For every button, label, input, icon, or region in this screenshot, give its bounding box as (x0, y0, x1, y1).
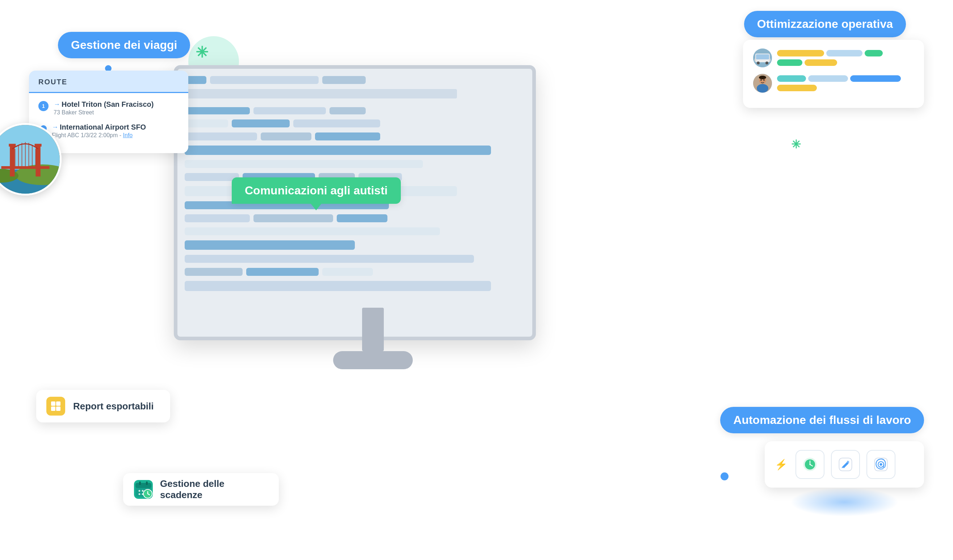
report-card: Report esportabili (36, 390, 170, 422)
scadenze-label: Gestione delle scadenze (160, 478, 268, 501)
ott-bar-green-1 (865, 50, 883, 56)
route-arrow-1: → (54, 101, 60, 108)
route-header-label: ROUTE (38, 78, 179, 86)
email-icon-svg (873, 456, 889, 472)
monitor-stand-neck (362, 308, 384, 351)
svg-rect-31 (51, 402, 55, 406)
ott-bar-lightblue-1 (826, 50, 863, 56)
ott-bar-green-1b (777, 59, 802, 66)
auto-icon-email (866, 450, 896, 479)
route-info-link[interactable]: Info (123, 132, 133, 138)
auto-icon-clock (796, 450, 824, 479)
route-card-header: ROUTE (29, 71, 188, 93)
svg-rect-17 (35, 144, 42, 147)
deco-asterisk-top: ✳ (196, 43, 208, 61)
badge-comunicazioni-label: Comunicazioni agli autisti (245, 184, 388, 197)
svg-point-45 (142, 493, 144, 495)
ott-bar-yellow-1b (804, 59, 837, 66)
stop2-name: International Airport SFO (60, 123, 146, 132)
deco-glow (790, 488, 899, 517)
svg-rect-8 (2, 166, 50, 169)
svg-rect-36 (135, 483, 151, 488)
scadenze-icon (134, 480, 153, 499)
svg-rect-32 (56, 402, 61, 406)
stop1-name: Hotel Triton (San Fracisco) (62, 100, 154, 109)
badge-viaggi: Gestione dei viaggi (58, 32, 190, 58)
svg-point-30 (759, 76, 766, 79)
monitor-stand-base (333, 351, 413, 369)
golden-gate-svg (0, 123, 60, 195)
route-item-2-content: → International Airport SFO Flight ABC 1… (52, 123, 146, 139)
automazione-card: ⚡ (765, 441, 924, 488)
ott-bar-teal-2 (777, 75, 806, 82)
ott-avatar-driver (753, 74, 772, 93)
ott-bar-row-2a (777, 75, 914, 82)
svg-point-42 (139, 490, 140, 492)
ott-row-1 (753, 48, 914, 67)
ottimizzazione-card (743, 40, 924, 108)
svg-rect-33 (51, 406, 55, 411)
badge-viaggi-label: Gestione dei viaggi (71, 38, 177, 51)
ott-bar-yellow-2b (777, 85, 817, 91)
svg-point-43 (142, 490, 144, 492)
report-icon (47, 397, 65, 416)
monitor (174, 65, 572, 391)
lightning-connector: ⚡ (775, 459, 787, 471)
svg-rect-7 (36, 146, 40, 177)
badge-automazione-label: Automazione dei flussi di lavoro (733, 413, 911, 427)
ott-bar-row-1a (777, 50, 914, 56)
scadenze-card: Gestione delle scadenze (123, 473, 279, 506)
ott-bar-row-2b (777, 85, 914, 91)
badge-comunicazioni: Comunicazioni agli autisti (232, 177, 401, 204)
ott-avatar-bus (753, 48, 772, 67)
ott-bar-lightblue-2 (808, 75, 848, 82)
route-item-2: → International Airport SFO Flight ABC 1… (38, 123, 179, 139)
svg-rect-6 (10, 146, 14, 177)
ott-bar-yellow-1 (777, 50, 824, 56)
ott-bar-blue-2 (850, 75, 901, 82)
deco-dot-3 (720, 472, 728, 480)
ott-bars-2 (777, 75, 914, 91)
pencil-icon-svg (838, 456, 854, 472)
report-icon-svg (50, 401, 61, 411)
svg-rect-37 (139, 481, 141, 485)
stop2-detail: Flight ABC 1/3/22 2:00pm - Info (52, 132, 146, 139)
clock-icon-svg (802, 456, 818, 472)
svg-rect-20 (756, 54, 769, 59)
ott-row-2 (753, 74, 914, 93)
svg-point-27 (757, 84, 768, 93)
svg-point-44 (139, 493, 140, 495)
svg-point-21 (757, 62, 760, 64)
deco-asterisk-right: ✳ (791, 138, 801, 151)
svg-point-55 (880, 463, 882, 465)
badge-ottimizzazione-label: Ottimizzazione operativa (757, 17, 893, 30)
svg-rect-38 (146, 481, 148, 485)
badge-ottimizzazione: Ottimizzazione operativa (744, 11, 906, 37)
svg-rect-23 (754, 59, 756, 62)
scadenze-icon-svg (134, 480, 153, 499)
svg-rect-16 (9, 144, 16, 147)
badge-automazione: Automazione dei flussi di lavoro (720, 407, 924, 433)
svg-point-29 (763, 79, 765, 81)
route-bullet-1: 1 (38, 101, 48, 111)
report-label: Report esportabili (73, 401, 154, 412)
svg-rect-34 (56, 406, 61, 411)
bus-icon (753, 48, 772, 67)
svg-point-22 (765, 62, 768, 64)
ott-bars-1 (777, 50, 914, 66)
route-item-1: 1 → Hotel Triton (San Fracisco) 73 Baker… (38, 100, 179, 116)
auto-icon-pencil (831, 450, 860, 479)
driver-icon (753, 74, 772, 93)
route-item-1-content: → Hotel Triton (San Fracisco) 73 Baker S… (54, 100, 154, 116)
stop1-address: 73 Baker Street (54, 109, 154, 116)
svg-point-50 (809, 464, 811, 465)
svg-rect-24 (769, 59, 770, 62)
svg-point-28 (761, 79, 762, 81)
route-arrow-2: → (52, 123, 58, 131)
ott-bar-row-1b (777, 59, 914, 66)
